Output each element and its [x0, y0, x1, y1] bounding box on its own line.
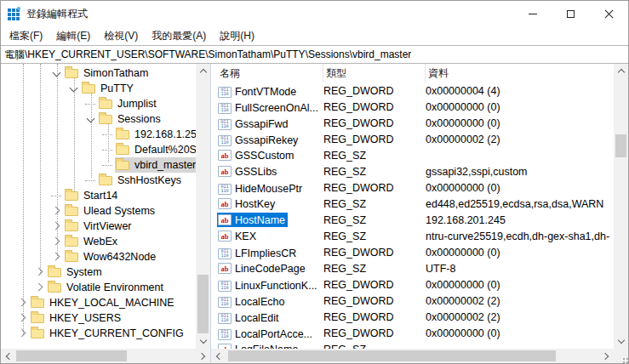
tree-item-sessions[interactable]: Sessions — [1, 111, 196, 127]
tree-item-label: HKEY_CURRENT_CONFIG — [49, 327, 184, 339]
table-row-gsslibs[interactable]: ab GSSLibs REG_SZ gssapi32,sspi,custom — [211, 163, 614, 179]
menu-favorites[interactable]: 我的最愛(A) — [145, 26, 213, 45]
menu-help[interactable]: 說明(H) — [213, 26, 261, 45]
table-row-localedit[interactable]: 011 110 LocalEdit REG_DWORD 0x00000002 (… — [211, 309, 614, 325]
tree-item-hkey-users[interactable]: HKEY_USERS — [1, 310, 196, 326]
value-type: REG_SZ — [323, 263, 426, 275]
value-data: ntru-curve25519,ecdh,dh-gex-sha1,dh- — [426, 230, 614, 242]
table-row-gssapirekey[interactable]: 011 110 GssapiRekey REG_DWORD 0x00000002… — [211, 131, 614, 147]
table-row-hidemouseptr[interactable]: 011 110 HideMousePtr REG_DWORD 0x0000000… — [211, 179, 614, 196]
chevron-down-icon — [199, 337, 206, 344]
scroll-down-button[interactable] — [614, 334, 628, 349]
list-vscroll-thumb[interactable] — [615, 134, 626, 157]
chevron-right-icon[interactable] — [50, 234, 64, 249]
tree-item-virtviewer[interactable]: VirtViewer — [1, 219, 196, 234]
reg-dword-icon: 011 110 — [218, 297, 232, 308]
list-hscroll-thumb[interactable] — [228, 350, 556, 361]
resize-grip[interactable] — [614, 349, 628, 363]
chevron-down-icon[interactable] — [67, 81, 81, 96]
chevron-right-icon[interactable] — [16, 310, 30, 326]
folder-icon — [99, 176, 112, 185]
tree-panel: SimonTatham PuTTY Jumplist Sessions 192.… — [1, 64, 211, 363]
value-name: FontVTMode — [235, 86, 296, 98]
table-row-lfimpliescr[interactable]: 011 110 LFImpliesCR REG_DWORD 0x00000000… — [211, 244, 614, 260]
list-horizontal-scrollbar[interactable] — [211, 349, 614, 363]
tree-item-simontatham[interactable]: SimonTatham — [1, 65, 196, 81]
folder-icon — [65, 222, 78, 231]
table-row-fullscreenonal[interactable]: 011 110 FullScreenOnAl... REG_DWORD 0x00… — [211, 99, 614, 115]
table-row-kex[interactable]: ab KEX REG_SZ ntru-curve25519,ecdh,dh-ge… — [211, 228, 614, 244]
column-header-name[interactable]: 名稱 — [217, 64, 323, 82]
tree-item-vbird-master[interactable]: vbird_master — [1, 157, 196, 173]
tree-item-default-20sett[interactable]: Default%20Sett — [1, 142, 196, 157]
chevron-right-icon — [198, 352, 205, 359]
tree-item-jumplist[interactable]: Jumplist — [1, 96, 196, 111]
tree-item-label: Start14 — [83, 190, 117, 202]
chevron-right-icon[interactable] — [50, 203, 64, 219]
tree-horizontal-scrollbar[interactable] — [1, 349, 210, 363]
tree-item-wow6432node[interactable]: Wow6432Node — [1, 249, 196, 264]
table-row-linecodepage[interactable]: ab LineCodePage REG_SZ UTF-8 — [211, 260, 614, 276]
table-row-localecho[interactable]: 011 110 LocalEcho REG_DWORD 0x00000002 (… — [211, 293, 614, 309]
close-button[interactable] — [590, 1, 628, 26]
value-data: 0x00000002 (2) — [426, 134, 614, 145]
table-row-logfilename[interactable]: ab LogFileName REG_SZ — [211, 341, 614, 349]
tree-item-ulead-systems[interactable]: Ulead Systems — [1, 203, 196, 219]
menu-view[interactable]: 檢視(V) — [97, 26, 145, 45]
minimize-button[interactable] — [513, 1, 552, 26]
tree-item-putty[interactable]: PuTTY — [1, 81, 196, 96]
value-type: REG_DWORD — [323, 182, 426, 194]
value-name: HostKey — [235, 198, 275, 210]
tree-vscroll-thumb[interactable] — [197, 275, 209, 333]
menu-edit[interactable]: 編輯(E) — [49, 26, 97, 45]
chevron-right-icon[interactable] — [50, 219, 64, 234]
chevron-right-icon[interactable] — [33, 264, 47, 280]
tree-item-label: HKEY_USERS — [49, 312, 121, 324]
tree-item-sshhostkeys[interactable]: SshHostKeys — [1, 173, 196, 188]
table-row-fontvtmode[interactable]: 011 110 FontVTMode REG_DWORD 0x00000004 … — [211, 82, 614, 99]
scroll-right-button[interactable] — [599, 349, 614, 363]
column-header-type[interactable]: 類型 — [323, 64, 426, 82]
chevron-left-icon — [6, 352, 13, 359]
folder-icon — [31, 329, 44, 338]
tree-item-webex[interactable]: WebEx — [1, 234, 196, 249]
reg-sz-icon: ab — [218, 230, 232, 242]
list-vertical-scrollbar[interactable] — [614, 64, 628, 349]
tree-item-volatile-environment[interactable]: Volatile Environment — [1, 280, 196, 295]
tree-item-system[interactable]: System — [1, 264, 196, 280]
maximize-button[interactable] — [552, 1, 590, 26]
chevron-down-icon[interactable] — [84, 111, 98, 127]
tree-item-192-168-1-254[interactable]: 192.168.1.254 — [1, 127, 196, 142]
scroll-left-button[interactable] — [1, 349, 15, 363]
chevron-right-icon[interactable] — [16, 326, 30, 341]
value-data: 0x00000000 (0) — [426, 117, 614, 129]
menu-file[interactable]: 檔案(F) — [3, 26, 49, 45]
scroll-right-button[interactable] — [196, 349, 210, 363]
table-row-hostkey[interactable]: ab HostKey REG_SZ ed448,ed25519,ecdsa,rs… — [211, 196, 614, 212]
table-row-hostname[interactable]: ab HostName REG_SZ 192.168.201.245 — [211, 212, 614, 228]
scroll-up-button[interactable] — [196, 64, 210, 78]
scroll-left-button[interactable] — [211, 349, 226, 363]
reg-sz-icon: ab — [218, 214, 232, 225]
tree-item-hkey-current-config[interactable]: HKEY_CURRENT_CONFIG — [1, 326, 196, 341]
table-row-gssapifwd[interactable]: 011 110 GssapiFwd REG_DWORD 0x00000000 (… — [211, 115, 614, 131]
table-row-linuxfunctionk[interactable]: 011 110 LinuxFunctionK... REG_DWORD 0x00… — [211, 276, 614, 293]
tree-item-label: SshHostKeys — [117, 174, 181, 186]
column-header-data[interactable]: 資料 — [426, 64, 614, 82]
tree-item-hkey-local-machine[interactable]: HKEY_LOCAL_MACHINE — [1, 295, 196, 310]
reg-dword-icon: 011 110 — [218, 313, 232, 324]
table-row-localportacce[interactable]: 011 110 LocalPortAcce... REG_DWORD 0x000… — [211, 325, 614, 341]
chevron-right-icon[interactable] — [50, 249, 64, 264]
scroll-up-button[interactable] — [614, 64, 628, 78]
tree-item-start14[interactable]: Start14 — [1, 188, 196, 203]
scroll-down-button[interactable] — [196, 334, 210, 349]
chevron-right-icon[interactable] — [33, 280, 47, 295]
table-row-gsscustom[interactable]: ab GSSCustom REG_SZ — [211, 147, 614, 163]
tree-vertical-scrollbar[interactable] — [196, 64, 210, 349]
value-name: GSSLibs — [235, 166, 277, 178]
address-bar[interactable]: 電腦\HKEY_CURRENT_USER\SOFTWARE\SimonTatha… — [1, 45, 628, 64]
value-name: GssapiFwd — [235, 118, 289, 130]
chevron-right-icon[interactable] — [16, 295, 30, 310]
tree-hscroll-thumb[interactable] — [16, 350, 127, 361]
chevron-down-icon[interactable] — [50, 65, 64, 81]
